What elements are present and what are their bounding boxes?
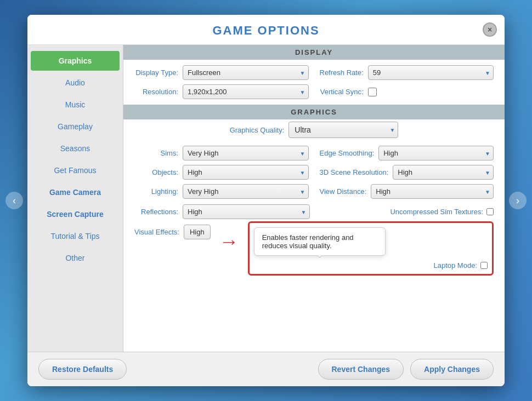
dialog-title: Game Options <box>212 24 319 37</box>
sidebar-item-screen-capture[interactable]: Screen Capture <box>31 204 120 224</box>
restore-defaults-button[interactable]: Restore Defaults <box>38 359 127 380</box>
visual-effects-label: Visual Effects: <box>134 228 179 236</box>
visual-effects-section: Visual Effects: High → Enables faster re… <box>123 221 505 280</box>
display-settings: Display Type: Fullscreen Windowed Border… <box>123 60 505 105</box>
sidebar-item-gameplay[interactable]: Gameplay <box>31 117 120 136</box>
edge-smoothing-label: Edge Smoothing: <box>320 149 375 157</box>
refresh-rate-select-wrapper: 59 60 30 ▼ <box>368 65 494 80</box>
vertical-sync-checkbox-wrapper <box>368 88 377 96</box>
sidebar-item-get-famous[interactable]: Get Famous <box>31 161 120 180</box>
sims-row: Sims: Very High High Medium Low ▼ <box>134 146 309 161</box>
resolution-select-wrapper: 1,920x1,200 1920x1080 1280x720 ▼ <box>183 84 309 99</box>
resolution-row: Resolution: 1,920x1,200 1920x1080 1280x7… <box>134 84 309 99</box>
sidebar-item-seasons[interactable]: Seasons <box>31 139 120 158</box>
nav-arrow-right[interactable]: › <box>509 192 527 209</box>
display-type-select-wrapper: Fullscreen Windowed Borderless ▼ <box>183 65 309 80</box>
sidebar-item-music[interactable]: Music <box>31 95 120 114</box>
refresh-rate-label: Refresh Rate: <box>320 68 364 77</box>
display-section-header: Display <box>123 45 505 60</box>
view-distance-label: View Distance: <box>320 187 367 196</box>
tooltip-container: Enables faster rendering and reduces vis… <box>254 227 488 256</box>
sidebar-item-other[interactable]: Other <box>31 248 120 268</box>
display-type-row: Display Type: Fullscreen Windowed Border… <box>134 65 309 80</box>
dialog-body: Graphics Audio Music Gameplay Seasons Ge… <box>27 45 505 352</box>
sidebar-item-game-camera[interactable]: Game Camera <box>31 182 120 202</box>
graphics-settings: Sims: Very High High Medium Low ▼ Edge S… <box>123 140 505 204</box>
uncompressed-checkbox[interactable] <box>486 208 494 215</box>
resolution-select[interactable]: 1,920x1,200 1920x1080 1280x720 <box>183 84 309 99</box>
dialog-header: Game Options × <box>27 15 505 45</box>
graphics-quality-row: Graphics Quality: Ultra Very High High M… <box>123 119 505 140</box>
visual-effects-value: High <box>184 225 211 239</box>
game-options-dialog: Game Options × Graphics Audio Music Game… <box>27 15 505 386</box>
objects-select[interactable]: High Very High Medium Low <box>183 165 309 180</box>
dialog-footer: Restore Defaults Revert Changes Apply Ch… <box>27 352 505 386</box>
scene-resolution-select[interactable]: High Very High Medium Low <box>393 165 494 180</box>
graphics-section-header: Graphics <box>123 105 505 119</box>
red-arrow-indicator: → <box>219 230 239 253</box>
tooltip-bubble: Enables faster rendering and reduces vis… <box>254 227 386 256</box>
objects-row: Objects: High Very High Medium Low ▼ <box>134 165 309 180</box>
lighting-select[interactable]: Very High High Medium Low <box>183 184 309 199</box>
main-content: Display Display Type: Fullscreen Windowe… <box>123 45 505 352</box>
visual-effects-row: Visual Effects: High <box>134 225 211 239</box>
graphics-quality-select-wrapper: Ultra Very High High Medium Low ▼ <box>288 122 398 138</box>
view-distance-select-wrapper: High Very High Medium Low ▼ <box>371 184 494 199</box>
lighting-select-wrapper: Very High High Medium Low ▼ <box>183 184 309 199</box>
scene-resolution-label: 3D Scene Resolution: <box>320 168 389 176</box>
edge-smoothing-select[interactable]: High Very High Medium Low Off <box>378 146 494 161</box>
sidebar-item-tutorial-tips[interactable]: Tutorial & Tips <box>31 226 120 246</box>
scene-resolution-row: 3D Scene Resolution: High Very High Medi… <box>320 165 494 180</box>
reflections-label: Reflections: <box>134 208 178 216</box>
refresh-rate-row: Refresh Rate: 59 60 30 ▼ <box>320 65 494 80</box>
view-distance-row: View Distance: High Very High Medium Low… <box>320 184 494 199</box>
resolution-label: Resolution: <box>134 88 178 96</box>
vertical-sync-checkbox[interactable] <box>368 88 377 96</box>
reflections-row: Reflections: High Very High Medium Low ▼ <box>134 204 310 219</box>
uncompressed-label: Uncompressed Sim Textures: <box>390 208 483 216</box>
red-arrow-icon: → <box>219 230 239 253</box>
reflections-uncompressed-row: Reflections: High Very High Medium Low ▼… <box>123 204 505 221</box>
nav-arrow-left[interactable]: ‹ <box>5 192 23 209</box>
laptop-mode-checkbox[interactable] <box>480 262 488 269</box>
graphics-quality-select[interactable]: Ultra Very High High Medium Low <box>288 122 398 138</box>
sims-select[interactable]: Very High High Medium Low <box>183 146 309 161</box>
reflections-select[interactable]: High Very High Medium Low <box>183 204 310 219</box>
sims-label: Sims: <box>134 149 178 157</box>
edge-smoothing-row: Edge Smoothing: High Very High Medium Lo… <box>320 146 494 161</box>
sidebar-item-audio[interactable]: Audio <box>31 73 120 93</box>
graphics-quality-label: Graphics Quality: <box>230 126 285 134</box>
display-type-label: Display Type: <box>134 68 178 77</box>
laptop-mode-row: Laptop Mode: <box>254 261 488 270</box>
laptop-mode-label: Laptop Mode: <box>433 261 477 270</box>
scene-resolution-select-wrapper: High Very High Medium Low ▼ <box>393 165 494 180</box>
tooltip-text: Enables faster rendering and reduces vis… <box>262 233 354 250</box>
view-distance-select[interactable]: High Very High Medium Low <box>371 184 494 199</box>
apply-changes-button[interactable]: Apply Changes <box>410 359 494 380</box>
refresh-rate-select[interactable]: 59 60 30 <box>368 65 494 80</box>
display-type-select[interactable]: Fullscreen Windowed Borderless <box>183 65 309 80</box>
lighting-label: Lighting: <box>134 187 178 196</box>
lighting-row: Lighting: Very High High Medium Low ▼ <box>134 184 309 199</box>
reflections-select-wrapper: High Very High Medium Low ▼ <box>183 204 310 219</box>
close-button[interactable]: × <box>483 22 497 37</box>
objects-select-wrapper: High Very High Medium Low ▼ <box>183 165 309 180</box>
vertical-sync-label: Vertical Sync: <box>320 88 364 96</box>
vertical-sync-row: Vertical Sync: <box>320 88 494 96</box>
laptop-mode-highlight-box: Enables faster rendering and reduces vis… <box>248 221 494 276</box>
objects-label: Objects: <box>134 168 178 176</box>
edge-smoothing-select-wrapper: High Very High Medium Low Off ▼ <box>378 146 494 161</box>
sidebar-item-graphics[interactable]: Graphics <box>31 51 120 71</box>
sidebar: Graphics Audio Music Gameplay Seasons Ge… <box>27 45 123 352</box>
revert-changes-button[interactable]: Revert Changes <box>318 359 404 380</box>
sims-select-wrapper: Very High High Medium Low ▼ <box>183 146 309 161</box>
uncompressed-row: Uncompressed Sim Textures: <box>319 208 494 216</box>
